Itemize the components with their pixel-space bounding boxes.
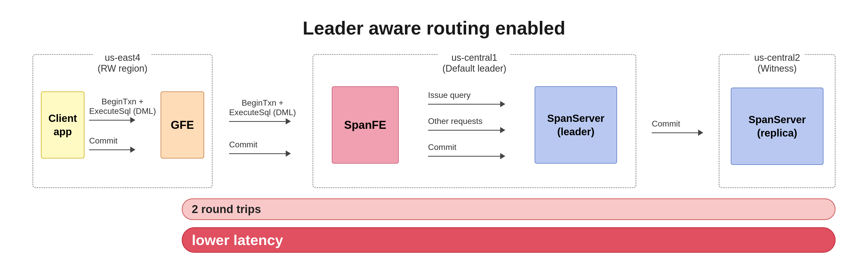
arrowhead	[500, 101, 505, 107]
spanfe-spanserver-arrows: Issue query Other requests	[421, 90, 513, 159]
regions-row: us-east4 (RW region) Clientapp BeginTxn …	[32, 54, 836, 188]
arrowhead	[500, 127, 505, 133]
diagram-body: us-east4 (RW region) Clientapp BeginTxn …	[32, 54, 836, 253]
region-east4: us-east4 (RW region) Clientapp BeginTxn …	[32, 54, 213, 188]
spanserver-leader-node: SpanServer (leader)	[535, 86, 617, 163]
east4-inner: Clientapp BeginTxn + ExecuteSql (DML)	[41, 84, 204, 158]
arrow-line-top	[89, 117, 135, 123]
spanfe-node: SpanFE	[332, 86, 399, 163]
arrow-other-requests: Other requests	[428, 116, 505, 133]
h-line	[89, 120, 130, 121]
inter-region-east4-central1: BeginTxn + ExecuteSql (DML) Commit	[223, 54, 302, 188]
arrowhead	[286, 150, 291, 157]
region-east4-label: us-east4 (RW region)	[93, 52, 151, 74]
h-line	[229, 121, 286, 122]
h-line	[652, 132, 698, 133]
arrowhead	[286, 118, 291, 124]
arrowhead	[130, 117, 135, 123]
arrow-commit-spanfe-spanserver: Commit	[428, 143, 505, 159]
arrow-line	[428, 153, 505, 159]
inter-region-central1-central2: Commit	[647, 54, 708, 188]
spanserver-replica-node: SpanServer (replica)	[731, 88, 824, 165]
arrow-commit-gfe-spanfe: Commit	[229, 140, 296, 157]
arrow-line	[229, 118, 291, 124]
diagram-title: Leader aware routing enabled	[32, 18, 836, 39]
region-central1-label: us-central1 (Default leader)	[438, 52, 510, 74]
badges-area: 2 round trips lower latency	[182, 199, 836, 253]
arrow-issue-query: Issue query	[428, 90, 505, 107]
region-central2-label: us-central2 (Witness)	[750, 52, 804, 74]
h-line	[229, 153, 286, 154]
arrow-commit-client-gfe: Commit	[89, 136, 156, 153]
h-line	[428, 104, 500, 104]
arrow-line	[652, 129, 703, 136]
arrow-begin-txn-gfe-spanfe: BeginTxn + ExecuteSql (DML)	[229, 98, 296, 124]
round-trips-badge: 2 round trips	[182, 199, 836, 220]
arrow-line	[428, 127, 505, 133]
arrow-begin-txn: BeginTxn + ExecuteSql (DML)	[89, 97, 156, 123]
arrow-commit-leader-replica: Commit	[652, 119, 703, 136]
region-central2: us-central2 (Witness) SpanServer (replic…	[719, 54, 836, 188]
arrow-line	[229, 150, 291, 157]
client-gfe-arrows: BeginTxn + ExecuteSql (DML) Commit	[85, 97, 161, 153]
arrowhead	[698, 129, 703, 136]
arrow-line	[428, 101, 505, 107]
arrow-line-bottom	[89, 147, 135, 153]
h-line	[428, 156, 500, 157]
h-line	[89, 149, 130, 150]
client-app-node: Clientapp	[41, 91, 85, 158]
h-line	[428, 130, 500, 131]
region-central1: us-central1 (Default leader) SpanFE Issu…	[312, 54, 636, 188]
gfe-node: GFE	[161, 91, 204, 158]
diagram-container: Leader aware routing enabled us-east4 (R…	[22, 7, 846, 263]
arrowhead	[500, 153, 505, 159]
central1-inner: SpanFE Issue query Other requests	[321, 79, 628, 163]
lower-latency-badge: lower latency	[182, 227, 836, 253]
arrowhead	[130, 147, 135, 153]
